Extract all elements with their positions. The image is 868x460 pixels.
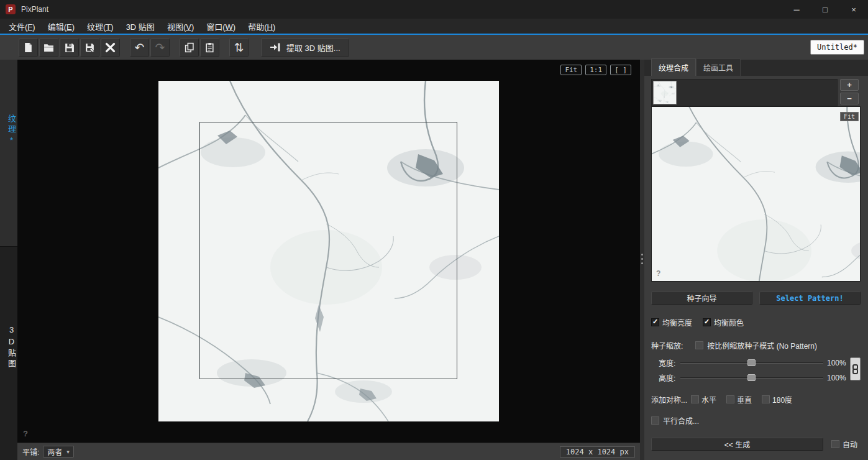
undo-button[interactable]: ↶ (130, 39, 149, 57)
right-panel: 纹理合成 绘画工具 + − Fit ? 种子向导 Select Pattern!… (644, 60, 868, 460)
seed-selection-rect[interactable] (199, 122, 457, 379)
zoom-actual-button[interactable]: 1:1 (585, 65, 606, 75)
document-tab[interactable]: Untitled* (810, 40, 864, 55)
seed-add-button[interactable]: + (840, 79, 859, 91)
menubar: 文件(F) 编辑(E) 纹理(T) 3D 贴图 视图(V) 窗口(W) 帮助(H… (0, 19, 868, 34)
menu-window[interactable]: 窗口(W) (200, 18, 242, 35)
parallel-row: ✓ 平行合成... (651, 415, 699, 426)
auto-label[interactable]: 自动 (843, 439, 857, 449)
panel-splitter[interactable] (640, 60, 644, 460)
swap-updown-button[interactable]: ⇅ (229, 39, 249, 57)
generate-row: << 生成 ✓ 自动 (651, 438, 857, 451)
maximize-button[interactable]: □ (811, 0, 839, 19)
splitter-grip-icon (641, 254, 643, 255)
menu-texture[interactable]: 纹理(T) (81, 18, 120, 35)
undo-icon: ↶ (135, 42, 145, 53)
tab-texture[interactable]: 纹理* (0, 60, 17, 246)
image-size-readout: 1024 x 1024 px (560, 446, 635, 458)
seed-remove-button[interactable]: − (840, 93, 859, 104)
menu-edit[interactable]: 编辑(E) (42, 18, 81, 35)
zoom-selection-button[interactable]: [ ] (610, 65, 631, 75)
tab-paint-tools[interactable]: 绘画工具 (696, 58, 741, 76)
seed-buttons-row: 种子向导 Select Pattern! (651, 292, 861, 305)
symmetry-vertical-label[interactable]: 垂直 (737, 394, 752, 405)
width-slider[interactable] (680, 359, 823, 367)
tab-3d-maps-label: 3D贴图 (0, 325, 17, 370)
symmetry-180-label[interactable]: 180度 (772, 394, 792, 405)
minimize-button[interactable]: ─ (782, 0, 811, 19)
save-as-button[interactable] (80, 39, 99, 57)
height-label: 高度: (659, 372, 677, 383)
scale-to-pattern-checkbox[interactable]: ✓ (695, 341, 703, 349)
width-slider-handle[interactable] (747, 359, 756, 366)
close-button[interactable]: × (839, 0, 868, 19)
open-file-button[interactable] (39, 39, 58, 57)
canvas-zoom-controls: Fit 1:1 [ ] (560, 65, 631, 75)
zoom-fit-button[interactable]: Fit (560, 65, 582, 75)
parallel-synthesis-checkbox[interactable]: ✓ (651, 416, 659, 425)
symmetry-vertical-checkbox[interactable]: ✓ (726, 395, 734, 403)
paste-clipboard-icon (204, 42, 215, 53)
scale-to-pattern-label[interactable]: 按比例缩放种子模式 (No Pattern) (707, 340, 817, 351)
menu-view[interactable]: 视图(V) (161, 18, 200, 35)
extract-arrow-icon (270, 42, 281, 52)
canvas-help-icon[interactable]: ? (23, 429, 28, 438)
preview-help-icon[interactable]: ? (656, 269, 660, 278)
window-controls: ─ □ × (782, 0, 868, 19)
height-slider-handle[interactable] (747, 374, 756, 381)
link-dimensions-button[interactable] (850, 357, 861, 380)
height-slider[interactable] (680, 374, 823, 382)
seed-scale-row: 种子缩放: ✓ 按比例缩放种子模式 (No Pattern) (651, 340, 817, 351)
app-logo-letter: P (8, 6, 12, 13)
discard-button[interactable] (101, 39, 120, 57)
equalize-brightness-checkbox[interactable]: ✓ (651, 318, 659, 326)
seed-thumbnail[interactable] (654, 81, 676, 104)
generate-button[interactable]: << 生成 (651, 438, 823, 451)
width-slider-row: 宽度: 100% (651, 357, 846, 368)
save-as-floppy-icon (85, 42, 95, 53)
menu-3d-maps[interactable]: 3D 贴图 (120, 18, 161, 35)
parallel-synthesis-label[interactable]: 平行合成... (663, 415, 699, 426)
menu-help[interactable]: 帮助(H) (242, 18, 281, 35)
equalize-color-checkbox[interactable]: ✓ (703, 318, 711, 326)
seed-thumbnail-image (654, 81, 676, 104)
new-file-icon (23, 42, 34, 53)
tab-3d-maps[interactable]: 3D贴图 (0, 246, 17, 460)
save-floppy-icon (64, 42, 75, 53)
symmetry-horizontal-label[interactable]: 水平 (701, 394, 716, 405)
extract-3d-maps-label: 提取 3D 贴图... (286, 42, 340, 53)
tab-texture-synthesis[interactable]: 纹理合成 (651, 58, 696, 76)
width-label: 宽度: (659, 357, 677, 368)
seed-scale-label: 种子缩放: (651, 340, 683, 351)
chevron-down-icon: ▾ (66, 449, 70, 455)
menu-file[interactable]: 文件(F) (2, 18, 42, 35)
pixplant-window: P PixPlant ─ □ × 文件(F) 编辑(E) 纹理(T) 3D 贴图… (0, 0, 868, 460)
tab-texture-label: 纹理* (0, 114, 17, 147)
main-canvas[interactable]: Fit 1:1 [ ] ? (17, 60, 640, 443)
equalize-brightness-label[interactable]: 均衡亮度 (662, 317, 692, 328)
symmetry-row: 添加对称... ✓ 水平 ✓ 垂直 ✓ 180度 (651, 394, 792, 405)
canvas-statusbar: 平铺: 两者 ▾ 1024 x 1024 px (17, 443, 640, 460)
left-tab-strip: 纹理* 3D贴图 (0, 60, 17, 460)
paste-seed-button[interactable] (200, 39, 219, 57)
app-logo-icon: P (6, 4, 16, 14)
add-symmetry-label: 添加对称... (651, 394, 687, 405)
panel-tab-bar: 纹理合成 绘画工具 (644, 60, 868, 76)
titlebar: P PixPlant ─ □ × (0, 0, 868, 19)
new-file-button[interactable] (19, 39, 38, 57)
seed-preview-image (652, 107, 861, 282)
seed-preview[interactable]: Fit ? (651, 106, 861, 282)
equalize-color-label[interactable]: 均衡颜色 (714, 317, 744, 328)
copy-icon (184, 42, 194, 53)
auto-checkbox[interactable]: ✓ (831, 440, 839, 448)
symmetry-horizontal-checkbox[interactable]: ✓ (691, 395, 699, 403)
seed-thumbnail-strip (651, 79, 838, 106)
redo-button[interactable]: ↷ (150, 39, 170, 57)
tiling-dropdown[interactable]: 两者 ▾ (43, 446, 74, 458)
symmetry-180-checkbox[interactable]: ✓ (762, 395, 770, 403)
copy-seed-button[interactable] (180, 39, 199, 57)
seed-wizard-button[interactable]: 种子向导 (651, 292, 752, 305)
select-pattern-button[interactable]: Select Pattern! (759, 292, 861, 305)
extract-3d-maps-button[interactable]: 提取 3D 贴图... (261, 39, 349, 57)
save-button[interactable] (60, 39, 79, 57)
